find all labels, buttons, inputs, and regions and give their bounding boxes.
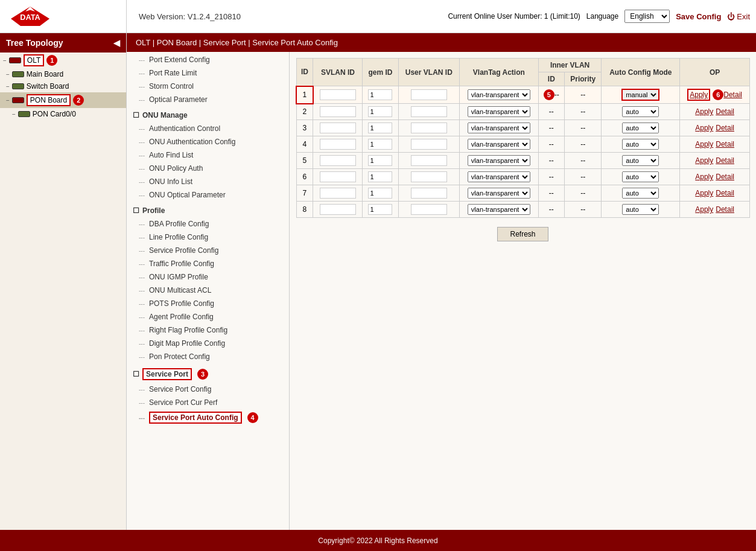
nav-storm-control[interactable]: --- Storm Control — [127, 80, 289, 93]
svlan-id-input[interactable] — [320, 188, 356, 199]
nav-digit-map-profile-config[interactable]: --- Digit Map Profile Config — [127, 337, 289, 350]
sidebar-item-main-board[interactable]: − Main Board — [0, 68, 126, 80]
language-select[interactable]: English Chinese — [624, 10, 670, 23]
apply-button[interactable]: Apply — [695, 140, 713, 148]
svlan-id-input[interactable] — [320, 139, 356, 150]
auto-config-mode-select[interactable]: manualauto — [622, 155, 659, 166]
user-vlan-id-input[interactable] — [411, 123, 447, 133]
vlantag-action-select[interactable]: vlan-transparenttranslatetaguntag — [468, 188, 530, 199]
auto-config-mode-select[interactable]: manualauto — [622, 204, 659, 215]
detail-button[interactable]: Detail — [716, 205, 734, 214]
auto-config-mode-select[interactable]: manualauto — [622, 106, 659, 117]
svlan-id-input[interactable] — [320, 171, 356, 182]
save-config-button[interactable]: Save Config — [676, 12, 721, 21]
gem-id-input[interactable] — [368, 123, 392, 133]
user-vlan-id-input[interactable] — [411, 204, 447, 215]
sidebar-item-olt[interactable]: − OLT 1 — [0, 53, 126, 68]
nav-pots-profile-config[interactable]: --- POTS Profile Config — [127, 297, 289, 310]
sidebar-item-switch-board[interactable]: − Switch Board — [0, 80, 126, 92]
cell-id: 6 — [296, 169, 313, 185]
detail-button[interactable]: Detail — [716, 173, 734, 181]
svlan-id-input[interactable] — [320, 204, 356, 215]
nav-auto-find-list[interactable]: --- Auto Find List — [127, 148, 289, 162]
user-vlan-id-input[interactable] — [411, 171, 447, 182]
apply-button[interactable]: Apply — [695, 156, 713, 165]
auto-config-mode-select[interactable]: manualauto — [622, 171, 659, 182]
vlantag-action-select[interactable]: vlan-transparenttranslatetaguntag — [468, 106, 530, 117]
nav-dba-profile-config[interactable]: --- DBA Profile Config — [127, 217, 289, 231]
nav-line-profile-config[interactable]: --- Line Profile Config — [127, 231, 289, 244]
breadcrumb-pon-board[interactable]: PON Board — [157, 38, 197, 47]
detail-button[interactable]: Detail — [723, 91, 742, 99]
apply-button[interactable]: Apply — [695, 173, 713, 181]
nav-service-port-header[interactable]: ☐ Service Port 3 — [127, 366, 289, 383]
user-vlan-id-input[interactable] — [411, 188, 447, 199]
breadcrumb-olt[interactable]: OLT — [136, 38, 150, 47]
user-vlan-id-input[interactable] — [411, 106, 447, 117]
user-vlan-id-input[interactable] — [411, 139, 447, 150]
nav-onu-info-list[interactable]: --- ONU Info List — [127, 175, 289, 188]
nav-right-flag-profile-config[interactable]: --- Right Flag Profile Config — [127, 323, 289, 337]
refresh-button[interactable]: Refresh — [497, 227, 548, 241]
gem-id-input[interactable] — [368, 171, 392, 182]
svlan-id-input[interactable] — [320, 106, 356, 117]
apply-button[interactable]: Apply — [695, 205, 713, 214]
vlantag-action-select[interactable]: vlan-transparenttranslatetaguntag — [468, 171, 530, 182]
nav-port-rate-limit[interactable]: --- Port Rate Limit — [127, 66, 289, 80]
nav-profile-header[interactable]: ☐ Profile — [127, 204, 289, 217]
vlantag-action-select[interactable]: vlan-transparenttranslatetaguntag — [468, 89, 530, 100]
detail-button[interactable]: Detail — [716, 189, 734, 197]
auto-config-mode-select[interactable]: manualauto — [622, 139, 659, 150]
detail-button[interactable]: Detail — [716, 107, 734, 116]
sidebar-item-pon-card[interactable]: − PON Card0/0 — [0, 108, 126, 120]
nav-onu-multicast-acl[interactable]: --- ONU Multicast ACL — [127, 284, 289, 297]
breadcrumb-service-port[interactable]: Service Port — [203, 38, 246, 47]
auto-config-mode-select[interactable]: manualauto — [622, 123, 659, 133]
svlan-id-input[interactable] — [320, 89, 356, 100]
auto-config-mode-select[interactable]: manualauto — [622, 188, 659, 199]
user-vlan-id-input[interactable] — [411, 155, 447, 166]
gem-id-input[interactable] — [368, 106, 392, 117]
nav-authentication-control[interactable]: --- Authentication Control — [127, 122, 289, 135]
auto-config-mode-select[interactable]: manualauto — [621, 89, 659, 101]
apply-button[interactable]: Apply — [695, 124, 713, 132]
nav-optical-parameter[interactable]: --- Optical Parameter — [127, 93, 289, 106]
vlantag-action-select[interactable]: vlan-transparenttranslatetaguntag — [468, 204, 530, 215]
nav-traffic-profile-config[interactable]: --- Traffic Profile Config — [127, 257, 289, 270]
nav-service-port-cur-perf[interactable]: --- Service Port Cur Perf — [127, 396, 289, 409]
apply-button[interactable]: Apply — [695, 189, 713, 197]
nav-item-label: Port Rate Limit — [149, 69, 197, 77]
gem-id-input[interactable] — [368, 155, 392, 166]
user-vlan-id-input[interactable] — [411, 89, 447, 100]
apply-button[interactable]: Apply — [687, 89, 710, 101]
nav-port-extend-config[interactable]: --- Port Extend Config — [127, 53, 289, 66]
gem-id-input[interactable] — [368, 204, 392, 215]
detail-button[interactable]: Detail — [716, 140, 734, 148]
cell-user-vlan-id — [398, 104, 460, 120]
nav-agent-profile-config[interactable]: --- Agent Profile Config — [127, 310, 289, 323]
nav-pon-protect-config[interactable]: --- Pon Protect Config — [127, 350, 289, 363]
exit-button[interactable]: ⏻ Exit — [727, 12, 750, 21]
svlan-id-input[interactable] — [320, 155, 356, 166]
nav-onu-optical-parameter[interactable]: --- ONU Optical Parameter — [127, 188, 289, 202]
gem-id-input[interactable] — [368, 89, 392, 100]
gem-id-input[interactable] — [368, 139, 392, 150]
nav-service-port-config[interactable]: --- Service Port Config — [127, 383, 289, 396]
sidebar-item-pon-board[interactable]: − PON Board 2 — [0, 92, 126, 108]
nav-onu-auth-config[interactable]: --- ONU Authentication Config — [127, 135, 289, 148]
collapse-arrow-icon[interactable]: ◀ — [113, 38, 120, 48]
nav-onu-policy-auth[interactable]: --- ONU Policy Auth — [127, 162, 289, 175]
nav-service-profile-config[interactable]: --- Service Profile Config — [127, 244, 289, 257]
cell-id: 2 — [296, 104, 313, 120]
detail-button[interactable]: Detail — [716, 124, 734, 132]
apply-button[interactable]: Apply — [695, 107, 713, 116]
nav-onu-manage-header[interactable]: ☐ ONU Manage — [127, 109, 289, 122]
vlantag-action-select[interactable]: vlan-transparenttranslatetaguntag — [468, 139, 530, 150]
detail-button[interactable]: Detail — [716, 156, 734, 165]
nav-onu-igmp-profile[interactable]: --- ONU IGMP Profile — [127, 270, 289, 284]
gem-id-input[interactable] — [368, 188, 392, 199]
nav-service-port-auto-config[interactable]: --- Service Port Auto Config 4 — [127, 409, 289, 426]
svlan-id-input[interactable] — [320, 123, 356, 133]
vlantag-action-select[interactable]: vlan-transparenttranslatetaguntag — [468, 155, 530, 166]
vlantag-action-select[interactable]: vlan-transparenttranslatetaguntag — [468, 123, 530, 133]
